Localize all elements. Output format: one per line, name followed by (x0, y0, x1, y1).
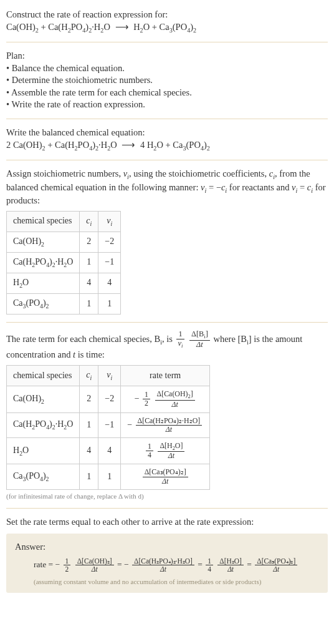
species: 2 Ca(OH)2 (6, 140, 45, 150)
table-note: (for infinitesimal rate of change, repla… (6, 492, 328, 501)
cell-c: 4 (80, 437, 98, 464)
table-header-row: chemical species ci νi (7, 211, 121, 232)
col-nu: νi (98, 211, 121, 232)
col-rate: rate term (121, 366, 210, 386)
divider (6, 119, 328, 119)
setequal-text: Set the rate terms equal to each other t… (6, 516, 328, 529)
cell-species: Ca(OH)2 (7, 232, 80, 252)
balanced-heading: Write the balanced chemical equation: (6, 127, 328, 139)
plan-item: • Balance the chemical equation. (6, 62, 328, 75)
divider (6, 508, 328, 509)
cell-rate: Δ[Ca₃(PO₄)₂]Δt (121, 464, 210, 489)
answer-box: Answer: rate = − 12 Δ[Ca(OH)₂]Δt = − Δ[C… (6, 534, 328, 593)
cell-c: 1 (80, 293, 98, 314)
setequal-section: Set the rate terms equal to each other t… (6, 512, 328, 596)
assign-section: Assign stoichiometric numbers, νi, using… (6, 164, 328, 318)
answer-rate-expression: rate = − 12 Δ[Ca(OH)₂]Δt = − Δ[Ca(H₂PO₄)… (15, 557, 319, 573)
cell-species: Ca3(PO4)2 (7, 293, 80, 314)
fraction: 1νi (176, 330, 185, 349)
col-species: chemical species (7, 366, 80, 386)
plan-heading: Plan: (6, 50, 328, 62)
plan-item: • Determine the stoichiometric numbers. (6, 74, 328, 87)
cell-nu: 4 (98, 437, 121, 464)
cell-nu: −1 (98, 412, 121, 437)
plan-item: • Assemble the rate term for each chemic… (6, 87, 328, 99)
rateterm-text: The rate term for each chemical species,… (6, 334, 302, 360)
reaction-arrow-icon: ⟶ (119, 139, 138, 152)
col-species: chemical species (7, 211, 80, 232)
col-c: ci (80, 366, 98, 386)
cell-nu: −2 (98, 386, 121, 413)
table-row: Ca(OH)2 2 −2 (7, 232, 121, 252)
cell-c: 2 (80, 386, 98, 413)
divider (6, 160, 328, 160)
assign-text: Assign stoichiometric numbers, νi, using… (6, 168, 326, 205)
rate-table: chemical species ci νi rate term Ca(OH)2… (6, 365, 210, 490)
cell-nu: −1 (98, 252, 121, 273)
species: H2O (133, 22, 150, 32)
table-row: Ca3(PO4)2 1 1 (7, 293, 121, 314)
cell-species: Ca(H2PO4)2·H2O (7, 412, 80, 437)
stoich-table: chemical species ci νi Ca(OH)2 2 −2 Ca(H… (6, 211, 121, 315)
plus: + (150, 22, 159, 32)
table-row: Ca(H2PO4)2·H2O 1 −1 (7, 252, 121, 273)
species: Ca(H2PO4)2·H2O (48, 22, 110, 32)
plan-section: Plan: • Balance the chemical equation. •… (6, 46, 328, 115)
cell-c: 1 (80, 464, 98, 489)
balanced-section: Write the balanced chemical equation: 2 … (6, 123, 328, 156)
answer-label: Answer: (15, 541, 319, 554)
cell-c: 4 (80, 273, 98, 293)
prompt-text: Construct the rate of reaction expressio… (6, 9, 328, 21)
species: 4 H2O (140, 140, 163, 150)
species: Ca(H2PO4)2·H2O (55, 140, 117, 150)
plan-item: • Write the rate of reaction expression. (6, 99, 328, 111)
col-nu: νi (98, 366, 121, 386)
divider (6, 42, 328, 42)
cell-rate: 14 Δ[H2O]Δt (121, 437, 210, 464)
cell-c: 2 (80, 232, 98, 252)
cell-rate: − 12 Δ[Ca(OH)2]Δt (121, 386, 210, 413)
cell-c: 1 (80, 412, 98, 437)
intro-section: Construct the rate of reaction expressio… (6, 5, 328, 38)
fraction: Δ[Bi]Δt (189, 330, 210, 349)
species: Ca3(PO4)2 (173, 140, 210, 150)
cell-nu: −2 (98, 232, 121, 252)
cell-species: Ca(OH)2 (7, 386, 80, 413)
plus: + (45, 140, 55, 150)
table-row: Ca3(PO4)2 1 1 Δ[Ca₃(PO₄)₂]Δt (7, 464, 210, 489)
cell-species: H2O (7, 437, 80, 464)
cell-species: H2O (7, 273, 80, 293)
cell-nu: 1 (98, 464, 121, 489)
balanced-equation: 2 Ca(OH)2 + Ca(H2PO4)2·H2O ⟶ 4 H2O + Ca3… (6, 139, 328, 153)
species: Ca3(PO4)2 (160, 22, 197, 32)
plus: + (39, 22, 48, 32)
table-header-row: chemical species ci νi rate term (7, 366, 210, 386)
cell-species: Ca(H2PO4)2·H2O (7, 252, 80, 273)
species: Ca(OH)2 (6, 22, 39, 32)
cell-rate: − Δ[Ca(H₂PO₄)₂·H₂O]Δt (121, 412, 210, 437)
cell-c: 1 (80, 252, 98, 273)
divider (6, 322, 328, 323)
plus: + (163, 140, 173, 150)
table-row: Ca(H2PO4)2·H2O 1 −1 − Δ[Ca(H₂PO₄)₂·H₂O]Δ… (7, 412, 210, 437)
table-row: H2O 4 4 (7, 273, 121, 293)
unbalanced-equation: Ca(OH)2 + Ca(H2PO4)2·H2O ⟶ H2O + Ca3(PO4… (6, 21, 328, 35)
rateterm-section: The rate term for each chemical species,… (6, 326, 328, 505)
table-row: H2O 4 4 14 Δ[H2O]Δt (7, 437, 210, 464)
col-c: ci (80, 211, 98, 232)
answer-note: (assuming constant volume and no accumul… (15, 577, 319, 587)
cell-species: Ca3(PO4)2 (7, 464, 80, 489)
table-row: Ca(OH)2 2 −2 − 12 Δ[Ca(OH)2]Δt (7, 386, 210, 413)
cell-nu: 4 (98, 273, 121, 293)
cell-nu: 1 (98, 293, 121, 314)
reaction-arrow-icon: ⟶ (113, 21, 131, 34)
